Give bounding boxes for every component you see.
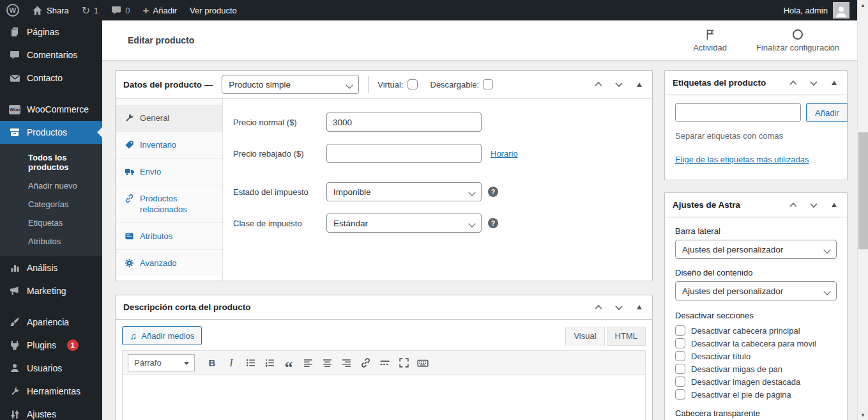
- scrollbar-thumb[interactable]: [858, 132, 868, 249]
- move-up-button[interactable]: [593, 79, 604, 89]
- disable-footer-checkbox[interactable]: [675, 389, 685, 400]
- sidebar-item-marketing[interactable]: Marketing: [0, 279, 102, 302]
- panel-controls: [788, 78, 839, 88]
- sidebar-setting-label: Barra lateral: [675, 226, 837, 236]
- sidebar-setting-select[interactable]: Ajustes del personalizador: [675, 240, 837, 259]
- tab-label: Productos relacionados: [140, 193, 217, 215]
- tax-class-select[interactable]: Estándar: [326, 214, 482, 233]
- site-name-menu[interactable]: Shara: [26, 0, 75, 20]
- astra-settings-header: Ajustes de Astra: [665, 193, 847, 217]
- toggle-panel-button[interactable]: [634, 302, 644, 313]
- schedule-link[interactable]: Horario: [491, 149, 518, 159]
- comments-menu[interactable]: 0: [105, 0, 136, 20]
- fullscreen-icon[interactable]: [395, 355, 412, 371]
- scroll-up-button[interactable]: ▲: [858, 0, 868, 10]
- product-type-select[interactable]: Producto simple: [222, 75, 359, 94]
- virtual-label: Virtual:: [377, 80, 403, 89]
- page-scrollbar[interactable]: ▲ ▼: [857, 0, 868, 420]
- updates-menu[interactable]: ↻ 1: [75, 0, 105, 20]
- sidebar-item-comentarios[interactable]: Comentarios: [0, 43, 102, 66]
- move-down-button[interactable]: [809, 200, 819, 210]
- disable-mobile-header-checkbox[interactable]: [675, 338, 685, 348]
- tab-atributos[interactable]: Atributos: [116, 222, 222, 249]
- submenu-item-anadir-nuevo[interactable]: Añadir nuevo: [0, 176, 102, 195]
- insert-link-icon[interactable]: [357, 355, 374, 371]
- view-product-menu[interactable]: Ver producto: [183, 0, 243, 20]
- sidebar-item-apariencia[interactable]: Apariencia: [0, 311, 102, 334]
- tab-visual[interactable]: Visual: [565, 327, 604, 346]
- sidebar-item-plugins[interactable]: Plugins 1: [0, 334, 102, 357]
- sidebar-item-contacto[interactable]: Contacto: [0, 66, 102, 89]
- move-down-button[interactable]: [809, 78, 819, 88]
- disable-featured-image-checkbox[interactable]: [675, 377, 685, 387]
- megaphone-icon: [9, 285, 20, 297]
- help-icon[interactable]: ?: [488, 218, 498, 228]
- add-tag-button[interactable]: Añadir: [806, 103, 848, 122]
- move-up-button[interactable]: [788, 78, 798, 88]
- tax-status-label: Estado del impuesto: [233, 187, 326, 197]
- add-media-button[interactable]: ♫ Añadir medios: [122, 326, 202, 345]
- help-icon[interactable]: ?: [488, 187, 498, 197]
- submenu-item-etiquetas[interactable]: Etiquetas: [0, 214, 102, 232]
- sale-price-input[interactable]: [326, 144, 482, 163]
- disable-title-checkbox[interactable]: [675, 351, 685, 361]
- submenu-item-todos-los-productos[interactable]: Todos los productos: [0, 148, 102, 176]
- tab-html[interactable]: HTML: [607, 327, 646, 346]
- align-center-icon[interactable]: [319, 355, 335, 371]
- tab-inventario[interactable]: Inventario: [116, 131, 222, 158]
- sidebar-item-woocommerce[interactable]: Woo WooCommerce: [0, 98, 102, 121]
- wordpress-logo-menu[interactable]: W: [0, 0, 26, 20]
- move-down-button[interactable]: [614, 302, 624, 313]
- italic-icon[interactable]: I: [223, 355, 240, 371]
- align-left-icon[interactable]: [300, 355, 316, 371]
- finish-setup-button[interactable]: Finalizar configuración: [756, 28, 839, 52]
- sidebar-item-label: Páginas: [27, 27, 59, 37]
- tag-icon: [125, 140, 135, 150]
- sidebar-item-herramientas[interactable]: Herramientas: [0, 380, 102, 403]
- choose-tags-link[interactable]: Elige de las etiquetas más utilizadas: [675, 155, 809, 164]
- my-account-menu[interactable]: Hola, admin: [784, 2, 857, 19]
- tab-general[interactable]: General: [116, 105, 222, 131]
- numbered-list-icon[interactable]: [261, 355, 278, 371]
- sidebar-item-analisis[interactable]: Análisis: [0, 256, 102, 279]
- tax-status-select[interactable]: Imponible: [326, 182, 482, 201]
- tab-productos-relacionados[interactable]: Productos relacionados: [116, 185, 222, 222]
- move-up-button[interactable]: [593, 302, 604, 313]
- short-description-textarea[interactable]: [123, 375, 645, 420]
- activity-button[interactable]: Actividad: [693, 28, 727, 52]
- bold-icon[interactable]: B: [204, 355, 220, 371]
- downloadable-option: Descargable:: [430, 79, 494, 89]
- keyboard-shortcuts-icon[interactable]: [415, 355, 431, 371]
- regular-price-input[interactable]: [326, 113, 482, 132]
- paragraph-format-select[interactable]: Párrafo: [128, 354, 195, 371]
- submenu-item-categorias[interactable]: Categorías: [0, 195, 102, 214]
- content-layout-select[interactable]: Ajustes del personalizador: [675, 281, 837, 300]
- toggle-panel-button[interactable]: [829, 78, 839, 88]
- new-tag-input[interactable]: [675, 103, 801, 122]
- plugins-update-badge: 1: [67, 339, 79, 351]
- sidebar-item-paginas[interactable]: Páginas: [0, 20, 102, 43]
- tab-avanzado[interactable]: Avanzado: [116, 249, 222, 276]
- disable-main-header-checkbox[interactable]: [675, 325, 685, 336]
- toggle-panel-button[interactable]: [829, 200, 839, 210]
- new-content-menu[interactable]: + Añadir: [137, 0, 184, 20]
- scroll-down-button[interactable]: ▼: [858, 410, 868, 420]
- product-data-panel: Datos del producto — Producto simple Vir…: [115, 70, 653, 281]
- sidebar-item-usuarios[interactable]: Usuarios: [0, 357, 102, 380]
- blockquote-icon[interactable]: “: [280, 355, 297, 371]
- move-up-button[interactable]: [788, 200, 798, 210]
- virtual-checkbox[interactable]: [407, 79, 418, 89]
- move-down-button[interactable]: [614, 79, 624, 89]
- disable-breadcrumbs-checkbox[interactable]: [675, 364, 685, 374]
- sidebar-item-ajustes[interactable]: Ajustes: [0, 403, 102, 420]
- sidebar-item-productos[interactable]: Productos: [0, 121, 102, 144]
- downloadable-checkbox[interactable]: [483, 79, 493, 89]
- tab-envio[interactable]: Envío: [116, 158, 222, 185]
- more-tag-icon[interactable]: [376, 355, 393, 371]
- align-right-icon[interactable]: [338, 355, 354, 371]
- flag-icon: [704, 28, 717, 41]
- submenu-item-atributos[interactable]: Atributos: [0, 232, 102, 251]
- toggle-panel-button[interactable]: [634, 79, 644, 89]
- bulleted-list-icon[interactable]: [242, 355, 259, 371]
- comments-icon: [9, 49, 20, 61]
